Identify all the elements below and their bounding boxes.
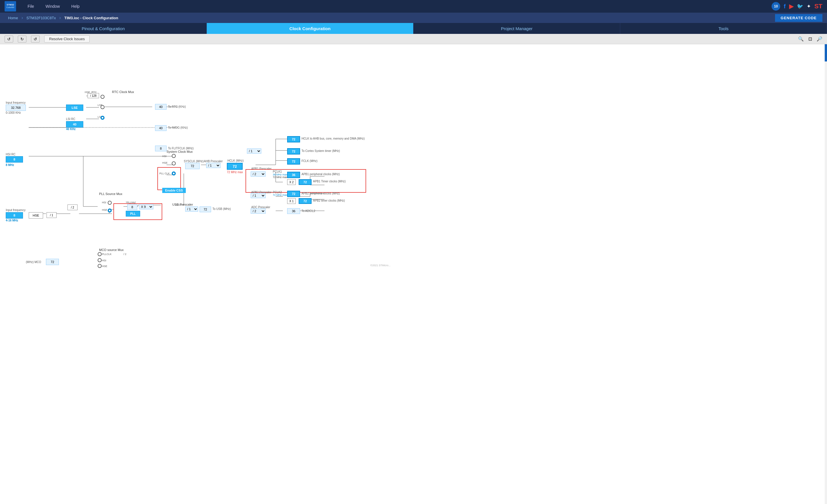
apb1-periph-label: APB1 peripheral clocks (MHz) — [301, 172, 340, 176]
sysclk-mux-red-section — [157, 167, 181, 190]
fclk-label: FCLK (MHz) — [301, 159, 318, 162]
hclk-max-label: 72 MHz max — [227, 170, 243, 174]
system-clock-mux-label: System Clock Mux — [166, 150, 193, 153]
apb2-timer-label: APB2 timer clocks (MHz) — [313, 199, 345, 202]
menu-window[interactable]: Window — [46, 4, 60, 9]
tab-pinout[interactable]: Pinout & Configuration — [0, 23, 207, 34]
mco-radio-2[interactable] — [98, 258, 102, 262]
hclk-label: HCLK (MHz) — [228, 159, 244, 162]
rtc-radio-3[interactable] — [100, 116, 104, 120]
sys-radio-hsi[interactable] — [172, 154, 176, 158]
lsi-box[interactable]: 40 — [66, 121, 83, 128]
logo[interactable]: STM32CubeMX — [5, 1, 16, 11]
enable-css-button[interactable]: Enable CSS — [162, 188, 186, 193]
pllclk-div2-mco-label: / 2 — [124, 253, 126, 256]
pll-source-mux-label: PLL Source Mux — [99, 192, 122, 196]
hclk-ahb-val[interactable]: 72 — [287, 136, 300, 142]
lse-box[interactable]: LSE — [66, 105, 83, 111]
rtc-hse-div-box[interactable]: / 128 — [88, 93, 99, 98]
logo-box: STM32CubeMX — [5, 1, 16, 11]
lse-range-label: 0-1000 KHz — [6, 111, 21, 114]
adc-prescaler-select[interactable]: / 2 — [251, 208, 265, 214]
rtc-radio-1[interactable] — [100, 95, 104, 99]
tab-clock[interactable]: Clock Configuration — [207, 23, 414, 34]
pll-mul-select[interactable]: X 9 — [139, 204, 153, 209]
hclk-val[interactable]: 72 — [227, 163, 243, 170]
copyright: ©2021 STMicro... — [371, 264, 391, 267]
usb-prescaler-select[interactable]: / 1 — [185, 206, 198, 212]
pll-radio-hse[interactable] — [108, 208, 112, 212]
main-content[interactable]: Input frequency 32.768 0-1000 KHz LSE LS… — [0, 44, 827, 504]
hsi-box[interactable]: 8 — [6, 156, 23, 162]
menu-file[interactable]: File — [28, 4, 34, 9]
top-bar: STM32CubeMX File Window Help 10 f ▶ 🐦 ✦ … — [0, 0, 827, 13]
apb2-periph-val[interactable]: 72 — [287, 191, 300, 197]
anniversary-icon: 10 — [772, 2, 780, 11]
fclk-val[interactable]: 72 — [287, 158, 300, 164]
usb-prescaler-label: USB Prescaler — [172, 203, 193, 206]
lse-freq-box[interactable]: 32.768 — [6, 105, 26, 111]
to-iwdg-val[interactable]: 40 — [155, 125, 166, 131]
sysclk-val[interactable]: 72 — [185, 163, 200, 169]
hse-input-box[interactable]: 8 — [6, 212, 23, 218]
hsi-div2-box[interactable]: / 2 — [67, 204, 78, 210]
usb-out-val[interactable]: 72 — [200, 206, 211, 212]
cortex-timer-val[interactable]: 72 — [287, 148, 300, 154]
resolve-clock-button[interactable]: Resolve Clock Issues — [44, 35, 90, 43]
apb2-timer-val[interactable]: 72 — [299, 198, 311, 204]
pll-val[interactable]: 8 — [127, 204, 137, 210]
refresh-button[interactable]: ↺ — [31, 36, 40, 43]
rtc-radio-2[interactable] — [100, 105, 104, 109]
twitter-icon[interactable]: 🐦 — [797, 3, 803, 9]
breadcrumb-bar: Home › STM32F103C8Tx › TIM3.ioc - Clock … — [0, 13, 827, 23]
to-iwdg-label: To IWDG (KHz) — [168, 126, 188, 129]
apb2-prescaler-select[interactable]: / 1 — [251, 193, 265, 198]
breadcrumb-home[interactable]: Home — [5, 16, 21, 20]
facebook-icon[interactable]: f — [784, 3, 786, 10]
youtube-icon[interactable]: ▶ — [789, 3, 793, 10]
ahb-prescaler-select[interactable]: / 1 — [206, 163, 221, 168]
apb2-timer-mul[interactable]: X 1 — [287, 198, 296, 204]
zoom-in-button[interactable]: 🔍 — [798, 36, 804, 42]
menu-help[interactable]: Help — [71, 4, 80, 9]
scrollbar-track[interactable] — [825, 44, 827, 504]
hse-box[interactable]: HSE — [29, 212, 43, 218]
sys-radio-hse[interactable] — [172, 161, 176, 165]
mco-out-label: (MHz) MCO — [26, 260, 41, 264]
apb1-timer-mul[interactable]: X 2 — [287, 179, 296, 185]
apb1-periph-val[interactable]: 36 — [287, 172, 300, 178]
pll-radio-hsi[interactable] — [108, 201, 112, 205]
zoom-out-button[interactable]: 🔎 — [817, 36, 822, 42]
clock-diagram: Input frequency 32.768 0-1000 KHz LSE LS… — [0, 44, 396, 268]
tab-bar: Pinout & Configuration Clock Configurati… — [0, 23, 827, 34]
apb1-timer-val[interactable]: 72 — [299, 179, 311, 185]
cortex-timer-label: To Cortex System timer (MHz) — [301, 149, 340, 152]
mco-radio-3[interactable] — [98, 264, 102, 268]
hse-sys-label: HSE — [162, 161, 168, 164]
mco-val[interactable]: 72 — [46, 259, 59, 265]
adc-out-val[interactable]: 36 — [287, 208, 300, 214]
zoom-fit-button[interactable]: ⊡ — [808, 36, 812, 42]
generate-code-button[interactable]: GENERATE CODE — [775, 14, 822, 22]
network-icon[interactable]: ✦ — [807, 3, 811, 9]
cortex-div-select[interactable]: / 1 — [247, 148, 261, 154]
tab-project[interactable]: Project Manager — [414, 23, 620, 34]
to-flit-val[interactable]: 8 — [155, 146, 166, 151]
to-rtc-val[interactable]: 40 — [155, 104, 166, 110]
redo-button[interactable]: ↻ — [18, 36, 27, 43]
scrollbar-thumb[interactable] — [825, 44, 827, 61]
apb1-prescaler-select[interactable]: / 2 — [251, 171, 265, 177]
tab-tools[interactable]: Tools — [620, 23, 827, 34]
breadcrumb-device[interactable]: STM32F103C8Tx — [23, 16, 59, 20]
sysclk-label: SYSCLK (MHz) — [184, 160, 204, 163]
hse-div-box[interactable]: / 1 — [47, 212, 57, 218]
st-brand-icon[interactable]: ST — [814, 3, 822, 10]
breadcrumb-current: TIM3.ioc - Clock Configuration — [61, 16, 122, 20]
usb-out-label: To USB (MHz) — [212, 207, 231, 210]
pclk1-label: PCLK1 — [273, 170, 282, 173]
pll-box[interactable]: PLL — [126, 211, 140, 216]
adc-out-label: To ADC1,2 — [301, 209, 315, 212]
undo-button[interactable]: ↺ — [5, 36, 13, 43]
lse-freq-label: Input frequency — [6, 101, 26, 104]
mco-radio-1[interactable] — [98, 252, 102, 256]
